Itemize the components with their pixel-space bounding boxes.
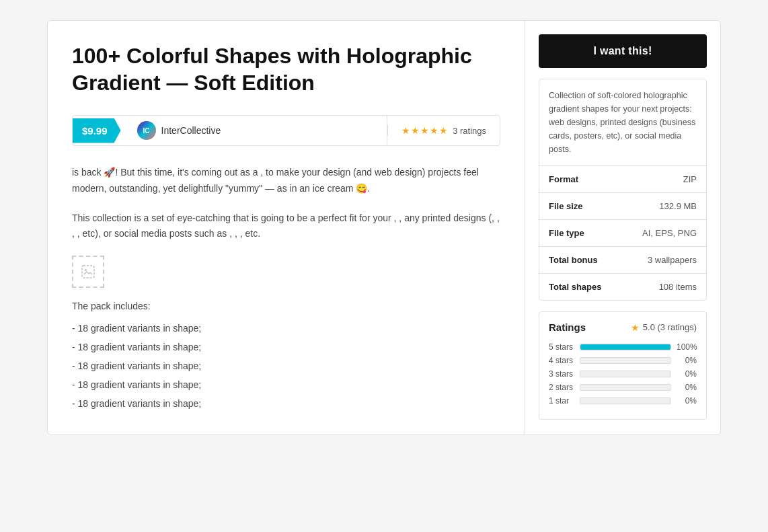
bar-track [580, 384, 671, 391]
rating-bar-row: 1 star0% [549, 396, 697, 406]
pack-item: - 18 gradient variants in shape; [72, 338, 500, 356]
pack-includes-label: The pack includes: [72, 299, 500, 315]
bar-fill [580, 344, 670, 350]
description-box: Collection of soft-colored holographic g… [539, 79, 706, 166]
total-shapes-row: Total shapes 108 items [539, 274, 706, 300]
rating-bar-row: 4 stars0% [549, 356, 697, 365]
image-placeholder [72, 256, 104, 288]
meta-bar: $9.99 IC InterCollective ★★★★★ 3 ratings [72, 115, 500, 146]
page-container: 100+ Colorful Shapes with Holographic Gr… [47, 20, 721, 435]
rating-bar-row: 5 stars100% [549, 342, 697, 352]
description-text: Collection of soft-colored holographic g… [549, 89, 697, 156]
format-label: Format [549, 174, 578, 184]
bar-percentage: 0% [677, 396, 697, 406]
rating-bar-row: 2 stars0% [549, 383, 697, 392]
format-row: Format ZIP [539, 166, 706, 193]
rating-star-icon: ★ [631, 322, 640, 333]
bar-label: 2 stars [549, 383, 574, 392]
file-size-row: File size 132.9 MB [539, 193, 706, 220]
pack-item: - 18 gradient variants in shape; [72, 356, 500, 375]
bar-track [580, 357, 671, 364]
pack-item: - 18 gradient variants in shape; [72, 394, 500, 413]
right-column: I want this! Collection of soft-colored … [525, 21, 720, 434]
total-shapes-label: Total shapes [549, 282, 602, 292]
creator-link[interactable]: InterCollective [161, 125, 221, 136]
pack-item: - 18 gradient variants in shape; [72, 319, 500, 338]
svg-point-1 [85, 269, 87, 271]
file-type-row: File type AI, EPS, PNG [539, 220, 706, 247]
file-size-value: 132.9 MB [659, 201, 697, 211]
bar-track [580, 371, 671, 377]
ratings-summary-text: 5.0 (3 ratings) [643, 322, 697, 332]
ratings-header: Ratings ★ 5.0 (3 ratings) [549, 321, 697, 333]
left-column: 100+ Colorful Shapes with Holographic Gr… [48, 21, 525, 434]
format-value: ZIP [683, 174, 697, 184]
total-bonus-value: 3 wallpapers [648, 255, 697, 265]
ratings-summary: ★ 5.0 (3 ratings) [631, 322, 697, 333]
product-details-box: Collection of soft-colored holographic g… [539, 79, 707, 301]
description-para1: is back 🚀! But this time, it's coming ou… [72, 165, 500, 197]
total-shapes-value: 108 items [659, 282, 697, 292]
file-type-value: AI, EPS, PNG [642, 228, 697, 238]
total-bonus-label: Total bonus [549, 255, 598, 265]
bar-percentage: 100% [677, 342, 697, 352]
creator-avatar: IC [137, 121, 156, 140]
bar-percentage: 0% [677, 383, 697, 392]
file-size-label: File size [549, 201, 583, 211]
svg-rect-0 [82, 266, 94, 278]
bar-label: 1 star [549, 396, 574, 406]
description-para2: This collection is a set of eye-catching… [72, 211, 500, 243]
pack-items-list: - 18 gradient variants in shape; - 18 gr… [72, 319, 500, 413]
bar-label: 3 stars [549, 369, 574, 379]
bar-track [580, 344, 671, 350]
file-type-label: File type [549, 228, 584, 238]
price-tag: $9.99 [73, 118, 121, 143]
star-icons: ★★★★★ [401, 125, 449, 136]
bar-label: 4 stars [549, 356, 574, 365]
rating-bar-row: 3 stars0% [549, 369, 697, 379]
ratings-box: Ratings ★ 5.0 (3 ratings) 5 stars100%4 s… [539, 311, 707, 420]
creator-section: IC InterCollective [124, 121, 387, 140]
product-title: 100+ Colorful Shapes with Holographic Gr… [72, 42, 500, 96]
ratings-bars: 5 stars100%4 stars0%3 stars0%2 stars0%1 … [549, 342, 697, 406]
pack-item: - 18 gradient variants in shape; [72, 375, 500, 394]
cta-button[interactable]: I want this! [539, 34, 707, 68]
bar-label: 5 stars [549, 342, 574, 352]
meta-ratings: ★★★★★ 3 ratings [387, 125, 500, 136]
bar-percentage: 0% [677, 369, 697, 379]
ratings-count: 3 ratings [453, 126, 486, 136]
bar-percentage: 0% [677, 356, 697, 365]
total-bonus-row: Total bonus 3 wallpapers [539, 247, 706, 274]
ratings-title: Ratings [549, 321, 586, 333]
bar-track [580, 397, 671, 404]
